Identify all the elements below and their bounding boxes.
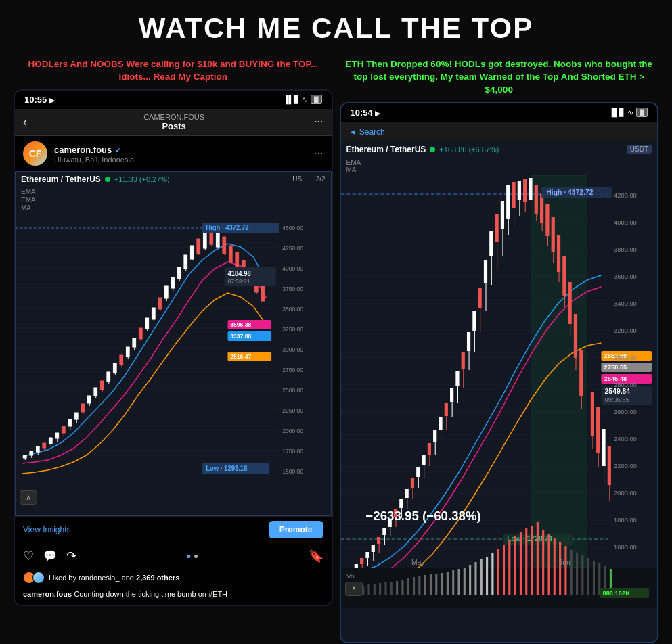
svg-text:2758.55: 2758.55	[604, 364, 627, 371]
svg-rect-140	[365, 552, 369, 558]
bookmark-button[interactable]: 🔖	[309, 549, 323, 564]
svg-rect-299	[592, 561, 594, 595]
back-button[interactable]: ‹	[23, 115, 27, 129]
svg-rect-31	[81, 404, 85, 412]
share-button[interactable]: ↷	[66, 549, 76, 564]
right-status-time: 10:54 ▶	[351, 108, 381, 118]
svg-rect-293	[559, 542, 561, 595]
promote-button[interactable]: Promote	[269, 521, 323, 538]
svg-text:2400.00: 2400.00	[614, 436, 637, 442]
svg-rect-57	[164, 286, 168, 298]
expand-button-left[interactable]: ∧	[20, 490, 37, 505]
svg-text:Jun: Jun	[559, 559, 570, 566]
ma-label-right: MA	[346, 166, 652, 174]
svg-rect-47	[133, 338, 136, 347]
ema-label-1: EMA	[21, 188, 326, 196]
nav-username: CAMERON.FOUS	[34, 113, 314, 121]
svg-text:3800.00: 3800.00	[614, 246, 637, 253]
svg-rect-281	[491, 553, 493, 595]
svg-rect-295	[570, 550, 572, 595]
svg-text:High · 4372.72: High · 4372.72	[546, 189, 593, 196]
svg-rect-170	[450, 388, 453, 402]
svg-text:09:05:55: 09:05:55	[604, 396, 629, 403]
right-caption: ETH Then Dropped 60%! HODLs got destroye…	[340, 58, 659, 97]
svg-text:Vol: Vol	[346, 573, 355, 580]
svg-rect-87	[261, 286, 265, 301]
svg-rect-268	[418, 576, 420, 595]
comment-button[interactable]: 💬	[43, 549, 57, 562]
svg-rect-13	[23, 455, 26, 458]
svg-rect-273	[446, 572, 448, 595]
svg-text:3000.00: 3000.00	[614, 354, 637, 361]
left-status-icons: ▐▌▊ ∿ ▓	[283, 95, 321, 104]
svg-text:1750.00: 1750.00	[282, 448, 303, 455]
left-status-time: 10:55 ▶	[24, 95, 55, 105]
svg-rect-168	[444, 402, 447, 416]
left-status-bar: 10:55 ▶ ▐▌▊ ∿ ▓	[15, 91, 332, 109]
svg-rect-282	[497, 549, 499, 595]
svg-rect-214	[573, 314, 577, 358]
ema-label-2: EMA	[21, 196, 326, 204]
ma-label: MA	[21, 204, 326, 212]
svg-rect-19	[43, 443, 46, 448]
svg-rect-21	[49, 438, 52, 444]
expand-button-right[interactable]: ∧	[345, 582, 363, 596]
svg-rect-37	[100, 381, 104, 390]
svg-rect-174	[461, 352, 464, 369]
nav-more-button[interactable]: ···	[314, 116, 323, 128]
left-phone-frame: 10:55 ▶ ▐▌▊ ∿ ▓ ‹ CAMERON.FOUS Posts ···	[14, 89, 333, 606]
svg-rect-162	[427, 443, 430, 455]
svg-rect-263	[390, 582, 392, 595]
chart-labels-right: EMA MA	[341, 158, 658, 175]
svg-rect-144	[376, 537, 380, 544]
svg-rect-196	[523, 179, 527, 202]
svg-text:4000.00: 4000.00	[614, 219, 637, 226]
more-options-button[interactable]: ···	[314, 147, 323, 160]
svg-text:Low · 1293.18: Low · 1293.18	[206, 465, 248, 472]
svg-rect-220	[596, 407, 600, 453]
svg-rect-264	[396, 581, 398, 595]
svg-rect-43	[120, 355, 123, 365]
left-nav-bar: ‹ CAMERON.FOUS Posts ···	[15, 109, 332, 136]
like-button[interactable]: ♡	[23, 549, 34, 564]
svg-rect-152	[399, 499, 403, 508]
svg-text:2500.00: 2500.00	[282, 387, 303, 394]
post-actions: ♡ 💬 ↷ ● ● 🔖	[15, 543, 332, 569]
svg-text:3750.00: 3750.00	[282, 285, 303, 292]
verified-icon: ✔	[115, 146, 121, 154]
svg-rect-218	[590, 392, 593, 436]
svg-rect-49	[139, 328, 142, 339]
svg-rect-116	[531, 175, 587, 568]
svg-rect-180	[478, 288, 481, 308]
svg-rect-206	[551, 217, 554, 252]
view-insights-button[interactable]: View Insights	[23, 525, 70, 534]
svg-rect-184	[489, 231, 493, 256]
likes-row: Liked by randonesia_ and 2,369 others	[15, 569, 332, 586]
left-caption: HODLers And NOOBS Were calling for $10k …	[14, 58, 333, 84]
chart-change-left: +11.33 (+0.27%)	[114, 175, 170, 183]
svg-rect-67	[197, 239, 200, 254]
svg-rect-283	[502, 545, 504, 595]
svg-text:Low · 1728.74: Low · 1728.74	[507, 535, 552, 543]
svg-rect-289	[536, 522, 538, 595]
svg-rect-271	[435, 574, 437, 595]
svg-rect-188	[500, 201, 503, 229]
svg-text:3200.00: 3200.00	[614, 327, 637, 334]
svg-rect-178	[472, 310, 476, 331]
svg-rect-202	[540, 194, 543, 223]
svg-rect-77	[229, 246, 232, 262]
battery-icon: ▓	[311, 95, 322, 104]
profile-row: CF cameron.fous ✔ Uluwatu, Bali, Indones…	[15, 136, 332, 171]
right-status-icons: ▐▌▊ ∿ ▓	[609, 108, 648, 117]
back-search-button[interactable]: ◄ Search	[349, 127, 385, 137]
nav-posts-title: Posts	[34, 121, 314, 131]
svg-rect-204	[545, 204, 549, 236]
battery-icon-right: ▓	[636, 108, 648, 117]
svg-rect-41	[113, 363, 116, 373]
svg-rect-176	[466, 332, 470, 351]
svg-rect-53	[152, 308, 155, 319]
svg-rect-138	[360, 558, 363, 564]
svg-text:3500.00: 3500.00	[282, 306, 303, 313]
ema-label-right: EMA	[346, 159, 652, 166]
svg-rect-266	[407, 578, 409, 595]
